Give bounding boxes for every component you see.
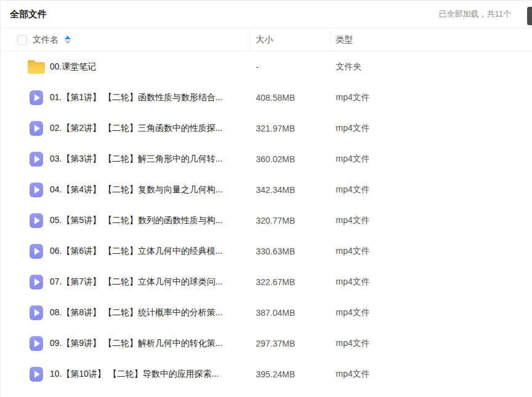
file-icon-cell: [28, 121, 45, 136]
file-size: 320.77MB: [256, 216, 295, 226]
column-divider: [250, 28, 250, 51]
video-play-icon: [30, 275, 43, 289]
column-divider: [330, 28, 330, 51]
file-size: 321.97MB: [256, 124, 295, 133]
file-name[interactable]: 07.【第7讲】 【二轮】立体几何中的球类问...: [50, 277, 223, 288]
file-row[interactable]: 00.课堂笔记 - 文件夹: [1, 52, 532, 82]
file-type: mp4文件: [336, 92, 370, 103]
file-size: 297.37MB: [256, 339, 295, 348]
file-manager-panel: 全部文件 已全部加载，共11个 文件名 大小 类型 00.课堂笔记 - 文件夹 …: [0, 0, 532, 397]
video-play-icon: [30, 213, 43, 228]
file-name[interactable]: 10.【第10讲】 【二轮】导数中的应用探索...: [50, 369, 219, 380]
video-play-icon: [30, 90, 43, 105]
file-name[interactable]: 04.【第4讲】 【二轮】复数与向量之几何构...: [50, 184, 223, 195]
file-type: mp4文件: [336, 154, 370, 165]
file-size: -: [256, 62, 259, 72]
file-icon-cell: [28, 336, 45, 351]
file-type: mp4文件: [336, 184, 370, 195]
file-type: mp4文件: [336, 246, 370, 257]
file-list: 00.课堂笔记 - 文件夹 01.【第1讲】 【二轮】函数性质与数形结合... …: [1, 52, 532, 390]
file-row[interactable]: 09.【第9讲】 【二轮】解析几何中的转化策... 297.37MB mp4文件: [1, 328, 532, 359]
title-bar: 全部文件 已全部加载，共11个: [1, 1, 532, 28]
table-header: 文件名 大小 类型: [1, 28, 532, 52]
video-play-icon: [30, 183, 43, 197]
scrollbar-thumb[interactable]: [527, 7, 532, 25]
file-row[interactable]: 01.【第1讲】 【二轮】函数性质与数形结合... 408.58MB mp4文件: [1, 82, 532, 113]
video-play-icon: [30, 121, 43, 136]
file-name[interactable]: 08.【第8讲】 【二轮】统计概率中的分析策...: [50, 307, 223, 318]
file-row[interactable]: 03.【第3讲】 【二轮】解三角形中的几何转... 360.02MB mp4文件: [1, 144, 532, 175]
file-name[interactable]: 09.【第9讲】 【二轮】解析几何中的转化策...: [50, 338, 223, 349]
load-status: 已全部加载，共11个: [439, 9, 512, 20]
page-title: 全部文件: [10, 9, 47, 20]
file-name[interactable]: 06.【第6讲】 【二轮】立体几何中的经典模...: [50, 246, 223, 257]
file-row[interactable]: 02.【第2讲】 【二轮】三角函数中的性质探... 321.97MB mp4文件: [1, 113, 532, 144]
file-icon-cell: [28, 244, 45, 259]
video-play-icon: [30, 336, 43, 351]
file-name[interactable]: 05.【第5讲】 【二轮】数列的函数性质与构...: [50, 215, 223, 226]
file-icon-cell: [28, 152, 45, 167]
file-icon-cell: [28, 183, 45, 197]
video-play-icon: [30, 152, 43, 167]
video-play-icon: [30, 367, 43, 382]
file-type: mp4文件: [336, 123, 370, 134]
file-type: mp4文件: [336, 277, 370, 288]
file-name[interactable]: 02.【第2讲】 【二轮】三角函数中的性质探...: [50, 123, 223, 134]
file-size: 395.24MB: [256, 369, 295, 379]
file-type: mp4文件: [336, 215, 370, 226]
file-row[interactable]: 07.【第7讲】 【二轮】立体几何中的球类问... 322.67MB mp4文件: [1, 267, 532, 297]
select-all-checkbox[interactable]: [17, 35, 27, 45]
file-row[interactable]: 04.【第4讲】 【二轮】复数与向量之几何构... 342.34MB mp4文件: [1, 175, 532, 205]
video-play-icon: [30, 305, 43, 320]
file-name[interactable]: 01.【第1讲】 【二轮】函数性质与数形结合...: [50, 92, 223, 103]
file-name[interactable]: 03.【第3讲】 【二轮】解三角形中的几何转...: [50, 154, 223, 165]
file-type: 文件夹: [336, 61, 362, 73]
file-row[interactable]: 05.【第5讲】 【二轮】数列的函数性质与构... 320.77MB mp4文件: [1, 205, 532, 236]
file-type: mp4文件: [336, 338, 370, 349]
file-name[interactable]: 00.课堂笔记: [50, 61, 96, 73]
file-size: 322.67MB: [256, 277, 295, 287]
file-icon-cell: [28, 90, 45, 105]
file-size: 408.58MB: [256, 93, 295, 103]
file-row[interactable]: 06.【第6讲】 【二轮】立体几何中的经典模... 330.63MB mp4文件: [1, 236, 532, 267]
file-size: 360.02MB: [256, 154, 295, 164]
file-icon-cell: [28, 60, 45, 74]
file-size: 342.34MB: [256, 185, 295, 195]
sort-arrows-icon[interactable]: [65, 36, 71, 44]
folder-icon: [28, 60, 45, 74]
column-header-type: 类型: [336, 34, 353, 45]
file-row[interactable]: 10.【第10讲】 【二轮】导数中的应用探索... 395.24MB mp4文件: [1, 359, 532, 390]
column-header-name[interactable]: 文件名: [33, 34, 58, 45]
file-size: 387.04MB: [256, 308, 295, 318]
file-icon-cell: [28, 213, 45, 228]
file-icon-cell: [28, 275, 45, 289]
file-icon-cell: [28, 367, 45, 382]
column-header-size: 大小: [256, 34, 273, 45]
video-play-icon: [30, 244, 43, 259]
file-size: 330.63MB: [256, 246, 295, 256]
file-row[interactable]: 08.【第8讲】 【二轮】统计概率中的分析策... 387.04MB mp4文件: [1, 297, 532, 328]
file-type: mp4文件: [336, 307, 370, 318]
file-icon-cell: [28, 305, 45, 320]
file-type: mp4文件: [336, 369, 370, 380]
